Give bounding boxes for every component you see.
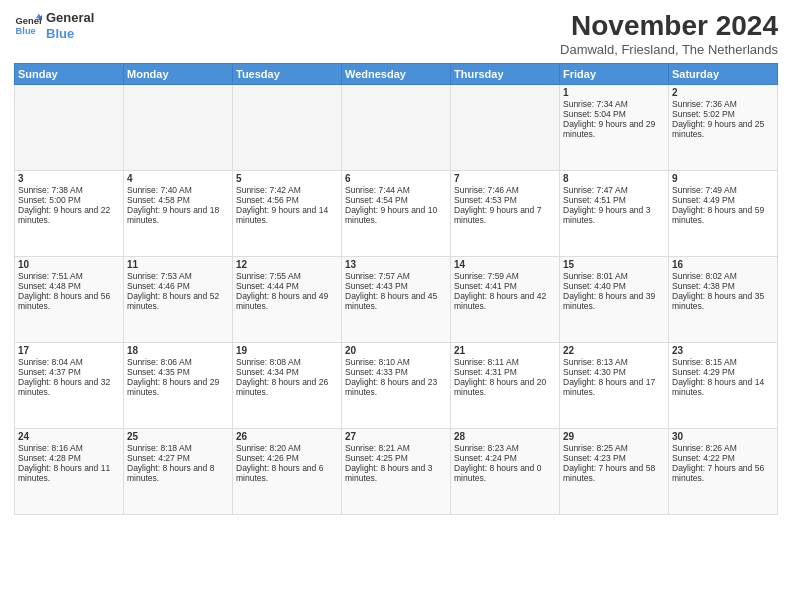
day-number: 10 <box>18 259 120 270</box>
calendar-cell-0-2 <box>233 85 342 171</box>
header-thursday: Thursday <box>451 64 560 85</box>
day-info: Sunrise: 7:44 AMSunset: 4:54 PMDaylight:… <box>345 185 437 225</box>
header-friday: Friday <box>560 64 669 85</box>
day-info: Sunrise: 7:42 AMSunset: 4:56 PMDaylight:… <box>236 185 328 225</box>
day-info: Sunrise: 7:36 AMSunset: 5:02 PMDaylight:… <box>672 99 764 139</box>
day-number: 22 <box>563 345 665 356</box>
day-info: Sunrise: 8:23 AMSunset: 4:24 PMDaylight:… <box>454 443 541 483</box>
calendar-cell-4-6: 30Sunrise: 8:26 AMSunset: 4:22 PMDayligh… <box>669 429 778 515</box>
calendar-cell-2-3: 13Sunrise: 7:57 AMSunset: 4:43 PMDayligh… <box>342 257 451 343</box>
calendar-cell-1-6: 9Sunrise: 7:49 AMSunset: 4:49 PMDaylight… <box>669 171 778 257</box>
day-info: Sunrise: 7:57 AMSunset: 4:43 PMDaylight:… <box>345 271 437 311</box>
calendar-cell-0-3 <box>342 85 451 171</box>
calendar-cell-2-2: 12Sunrise: 7:55 AMSunset: 4:44 PMDayligh… <box>233 257 342 343</box>
day-info: Sunrise: 8:26 AMSunset: 4:22 PMDaylight:… <box>672 443 764 483</box>
title-block: November 2024 Damwald, Friesland, The Ne… <box>560 10 778 57</box>
calendar-cell-0-1 <box>124 85 233 171</box>
day-info: Sunrise: 8:04 AMSunset: 4:37 PMDaylight:… <box>18 357 110 397</box>
logo-icon: General Blue <box>14 12 42 40</box>
day-info: Sunrise: 7:53 AMSunset: 4:46 PMDaylight:… <box>127 271 219 311</box>
header-monday: Monday <box>124 64 233 85</box>
day-number: 28 <box>454 431 556 442</box>
logo-line2: Blue <box>46 26 74 41</box>
calendar-cell-0-6: 2Sunrise: 7:36 AMSunset: 5:02 PMDaylight… <box>669 85 778 171</box>
calendar-cell-3-2: 19Sunrise: 8:08 AMSunset: 4:34 PMDayligh… <box>233 343 342 429</box>
calendar-cell-2-4: 14Sunrise: 7:59 AMSunset: 4:41 PMDayligh… <box>451 257 560 343</box>
day-info: Sunrise: 8:15 AMSunset: 4:29 PMDaylight:… <box>672 357 764 397</box>
day-number: 11 <box>127 259 229 270</box>
calendar-cell-1-1: 4Sunrise: 7:40 AMSunset: 4:58 PMDaylight… <box>124 171 233 257</box>
calendar-cell-4-5: 29Sunrise: 8:25 AMSunset: 4:23 PMDayligh… <box>560 429 669 515</box>
day-info: Sunrise: 8:11 AMSunset: 4:31 PMDaylight:… <box>454 357 546 397</box>
day-number: 2 <box>672 87 774 98</box>
calendar-cell-4-0: 24Sunrise: 8:16 AMSunset: 4:28 PMDayligh… <box>15 429 124 515</box>
day-number: 17 <box>18 345 120 356</box>
calendar-cell-1-4: 7Sunrise: 7:46 AMSunset: 4:53 PMDaylight… <box>451 171 560 257</box>
day-info: Sunrise: 8:02 AMSunset: 4:38 PMDaylight:… <box>672 271 764 311</box>
day-number: 12 <box>236 259 338 270</box>
day-number: 24 <box>18 431 120 442</box>
header-wednesday: Wednesday <box>342 64 451 85</box>
day-number: 16 <box>672 259 774 270</box>
calendar-week-1: 3Sunrise: 7:38 AMSunset: 5:00 PMDaylight… <box>15 171 778 257</box>
header-sunday: Sunday <box>15 64 124 85</box>
calendar-cell-4-2: 26Sunrise: 8:20 AMSunset: 4:26 PMDayligh… <box>233 429 342 515</box>
calendar-cell-3-0: 17Sunrise: 8:04 AMSunset: 4:37 PMDayligh… <box>15 343 124 429</box>
calendar-cell-3-1: 18Sunrise: 8:06 AMSunset: 4:35 PMDayligh… <box>124 343 233 429</box>
calendar-cell-3-4: 21Sunrise: 8:11 AMSunset: 4:31 PMDayligh… <box>451 343 560 429</box>
calendar-cell-2-6: 16Sunrise: 8:02 AMSunset: 4:38 PMDayligh… <box>669 257 778 343</box>
day-info: Sunrise: 7:49 AMSunset: 4:49 PMDaylight:… <box>672 185 764 225</box>
header: General Blue General Blue November 2024 … <box>14 10 778 57</box>
day-info: Sunrise: 8:06 AMSunset: 4:35 PMDaylight:… <box>127 357 219 397</box>
calendar-cell-1-0: 3Sunrise: 7:38 AMSunset: 5:00 PMDaylight… <box>15 171 124 257</box>
day-info: Sunrise: 7:55 AMSunset: 4:44 PMDaylight:… <box>236 271 328 311</box>
day-info: Sunrise: 7:47 AMSunset: 4:51 PMDaylight:… <box>563 185 650 225</box>
calendar-cell-1-5: 8Sunrise: 7:47 AMSunset: 4:51 PMDaylight… <box>560 171 669 257</box>
day-info: Sunrise: 8:10 AMSunset: 4:33 PMDaylight:… <box>345 357 437 397</box>
day-number: 5 <box>236 173 338 184</box>
day-number: 9 <box>672 173 774 184</box>
page: General Blue General Blue November 2024 … <box>0 0 792 612</box>
day-number: 18 <box>127 345 229 356</box>
calendar-cell-1-2: 5Sunrise: 7:42 AMSunset: 4:56 PMDaylight… <box>233 171 342 257</box>
calendar-header-row: Sunday Monday Tuesday Wednesday Thursday… <box>15 64 778 85</box>
day-number: 19 <box>236 345 338 356</box>
calendar-cell-2-1: 11Sunrise: 7:53 AMSunset: 4:46 PMDayligh… <box>124 257 233 343</box>
calendar-cell-0-4 <box>451 85 560 171</box>
calendar-cell-4-1: 25Sunrise: 8:18 AMSunset: 4:27 PMDayligh… <box>124 429 233 515</box>
calendar-cell-1-3: 6Sunrise: 7:44 AMSunset: 4:54 PMDaylight… <box>342 171 451 257</box>
day-number: 27 <box>345 431 447 442</box>
day-number: 6 <box>345 173 447 184</box>
header-saturday: Saturday <box>669 64 778 85</box>
calendar-cell-3-3: 20Sunrise: 8:10 AMSunset: 4:33 PMDayligh… <box>342 343 451 429</box>
day-number: 21 <box>454 345 556 356</box>
calendar-cell-2-5: 15Sunrise: 8:01 AMSunset: 4:40 PMDayligh… <box>560 257 669 343</box>
day-info: Sunrise: 8:13 AMSunset: 4:30 PMDaylight:… <box>563 357 655 397</box>
calendar-cell-0-0 <box>15 85 124 171</box>
logo-line1: General <box>46 10 94 26</box>
logo: General Blue General Blue <box>14 10 94 41</box>
calendar-cell-0-5: 1Sunrise: 7:34 AMSunset: 5:04 PMDaylight… <box>560 85 669 171</box>
day-number: 1 <box>563 87 665 98</box>
calendar-cell-4-4: 28Sunrise: 8:23 AMSunset: 4:24 PMDayligh… <box>451 429 560 515</box>
header-tuesday: Tuesday <box>233 64 342 85</box>
calendar-cell-3-5: 22Sunrise: 8:13 AMSunset: 4:30 PMDayligh… <box>560 343 669 429</box>
day-info: Sunrise: 8:16 AMSunset: 4:28 PMDaylight:… <box>18 443 110 483</box>
calendar-cell-2-0: 10Sunrise: 7:51 AMSunset: 4:48 PMDayligh… <box>15 257 124 343</box>
day-number: 14 <box>454 259 556 270</box>
day-number: 26 <box>236 431 338 442</box>
day-number: 3 <box>18 173 120 184</box>
calendar-week-4: 24Sunrise: 8:16 AMSunset: 4:28 PMDayligh… <box>15 429 778 515</box>
day-number: 20 <box>345 345 447 356</box>
calendar-week-3: 17Sunrise: 8:04 AMSunset: 4:37 PMDayligh… <box>15 343 778 429</box>
day-info: Sunrise: 8:18 AMSunset: 4:27 PMDaylight:… <box>127 443 214 483</box>
svg-text:Blue: Blue <box>16 25 36 35</box>
day-info: Sunrise: 7:40 AMSunset: 4:58 PMDaylight:… <box>127 185 219 225</box>
subtitle: Damwald, Friesland, The Netherlands <box>560 42 778 57</box>
day-number: 30 <box>672 431 774 442</box>
day-info: Sunrise: 8:01 AMSunset: 4:40 PMDaylight:… <box>563 271 655 311</box>
logo-text: General Blue <box>46 10 94 41</box>
day-number: 7 <box>454 173 556 184</box>
day-number: 25 <box>127 431 229 442</box>
calendar-week-2: 10Sunrise: 7:51 AMSunset: 4:48 PMDayligh… <box>15 257 778 343</box>
